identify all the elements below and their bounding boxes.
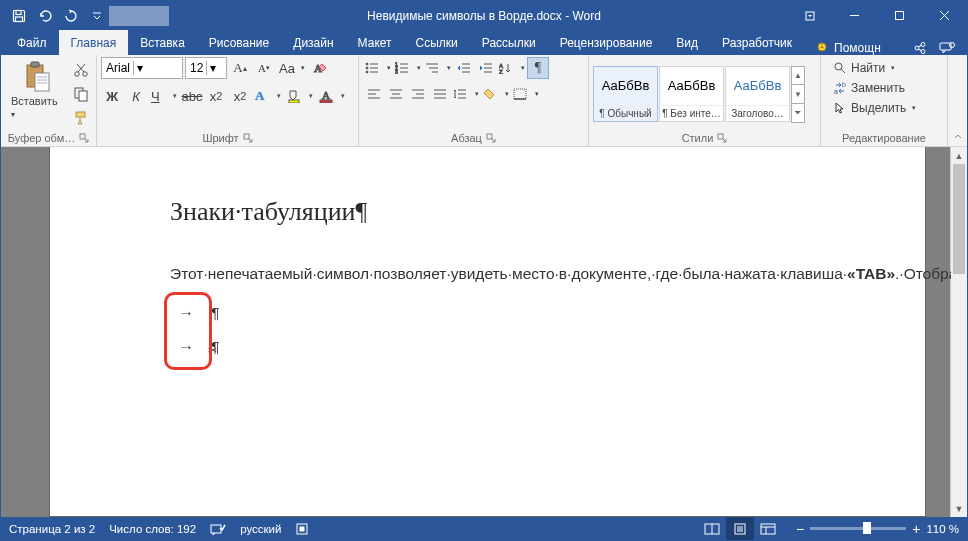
spellcheck-icon[interactable] bbox=[210, 522, 226, 536]
qat-customize-button[interactable] bbox=[85, 4, 109, 28]
style-no-spacing[interactable]: АаБбВв ¶ Без инте… bbox=[659, 66, 724, 122]
svg-point-24 bbox=[75, 72, 79, 76]
styles-more[interactable]: ⏷ bbox=[791, 103, 805, 123]
svg-rect-6 bbox=[896, 12, 904, 20]
tab-review[interactable]: Рецензирование bbox=[548, 30, 665, 55]
zoom-slider[interactable] bbox=[810, 527, 906, 530]
align-center-button[interactable] bbox=[385, 83, 407, 105]
highlight-button[interactable]: ▾ bbox=[285, 85, 315, 107]
share-button[interactable] bbox=[913, 41, 927, 55]
scroll-thumb[interactable] bbox=[953, 164, 965, 274]
multilevel-button[interactable]: ▾ bbox=[423, 57, 453, 79]
decrease-indent-button[interactable] bbox=[453, 57, 475, 79]
word-count[interactable]: Число слов: 192 bbox=[109, 523, 196, 535]
italic-button[interactable]: К bbox=[125, 85, 147, 107]
numbering-button[interactable]: 123▾ bbox=[393, 57, 423, 79]
ribbon: Вставить ▾ Буфер обм… Arial▾ 12▾ A▴ A▾ A… bbox=[1, 55, 967, 147]
save-button[interactable] bbox=[7, 4, 31, 28]
change-case-button[interactable]: Aa▾ bbox=[277, 57, 307, 79]
svg-rect-29 bbox=[79, 91, 87, 101]
copy-button[interactable] bbox=[70, 83, 92, 105]
find-button[interactable]: Найти▾ bbox=[829, 59, 899, 77]
svg-rect-20 bbox=[35, 73, 49, 91]
borders-button[interactable]: ▾ bbox=[511, 83, 541, 105]
tab-insert[interactable]: Вставка bbox=[128, 30, 197, 55]
font-color-button[interactable]: A▾ bbox=[317, 85, 347, 107]
tell-me-button[interactable]: Помощн bbox=[808, 41, 889, 55]
ribbon-options-button[interactable] bbox=[787, 1, 832, 30]
svg-text:Z: Z bbox=[499, 69, 503, 74]
tab-references[interactable]: Ссылки bbox=[404, 30, 470, 55]
page-number[interactable]: Страница 2 из 2 bbox=[9, 523, 95, 535]
strikethrough-button[interactable]: abc bbox=[181, 85, 203, 107]
tab-mailings[interactable]: Рассылки bbox=[470, 30, 548, 55]
document-area: Знаки·табуляции¶ Этот·непечатаемый·симво… bbox=[1, 147, 967, 517]
document-page[interactable]: Знаки·табуляции¶ Этот·непечатаемый·симво… bbox=[49, 147, 926, 517]
cut-button[interactable] bbox=[70, 59, 92, 81]
increase-indent-button[interactable] bbox=[475, 57, 497, 79]
close-button[interactable] bbox=[922, 1, 967, 30]
scroll-up[interactable]: ▲ bbox=[951, 147, 967, 164]
scroll-down[interactable]: ▼ bbox=[951, 500, 967, 517]
web-layout-button[interactable] bbox=[754, 517, 782, 540]
redo-button[interactable] bbox=[59, 4, 83, 28]
underline-button[interactable]: Ч▾ bbox=[149, 85, 179, 107]
font-launcher[interactable] bbox=[243, 133, 253, 143]
text-effects-button[interactable]: A▾ bbox=[253, 85, 283, 107]
font-name-combo[interactable]: Arial▾ bbox=[101, 57, 183, 79]
styles-up[interactable]: ▲ bbox=[791, 66, 805, 86]
user-account[interactable] bbox=[109, 6, 169, 26]
undo-button[interactable] bbox=[33, 4, 57, 28]
clear-formatting-button[interactable]: A bbox=[309, 57, 331, 79]
select-button[interactable]: Выделить▾ bbox=[829, 99, 920, 117]
zoom-control: − + 110 % bbox=[796, 521, 959, 537]
styles-down[interactable]: ▼ bbox=[791, 84, 805, 104]
comments-button[interactable] bbox=[939, 41, 955, 55]
replace-button[interactable]: abЗаменить bbox=[829, 79, 909, 97]
collapse-ribbon-button[interactable] bbox=[947, 55, 967, 146]
format-painter-button[interactable] bbox=[70, 107, 92, 129]
grow-font-button[interactable]: A▴ bbox=[229, 57, 251, 79]
svg-rect-35 bbox=[320, 100, 332, 103]
style-heading1[interactable]: АаБбВв Заголово… bbox=[725, 66, 790, 122]
align-left-button[interactable] bbox=[363, 83, 385, 105]
bold-button[interactable]: Ж bbox=[101, 85, 123, 107]
minimize-button[interactable] bbox=[832, 1, 877, 30]
tab-file[interactable]: Файл bbox=[5, 30, 59, 55]
zoom-out-button[interactable]: − bbox=[796, 521, 804, 537]
maximize-button[interactable] bbox=[877, 1, 922, 30]
vertical-scrollbar[interactable]: ▲ ▼ bbox=[950, 147, 967, 517]
language[interactable]: русский bbox=[240, 523, 281, 535]
svg-rect-2 bbox=[16, 17, 23, 22]
line-spacing-button[interactable]: ▾ bbox=[451, 83, 481, 105]
tab-home[interactable]: Главная bbox=[59, 30, 129, 55]
justify-button[interactable] bbox=[429, 83, 451, 105]
sort-button[interactable]: AZ▾ bbox=[497, 57, 527, 79]
tab-developer[interactable]: Разработчик bbox=[710, 30, 804, 55]
print-layout-button[interactable] bbox=[726, 517, 754, 540]
bullets-button[interactable]: ▾ bbox=[363, 57, 393, 79]
svg-rect-83 bbox=[211, 525, 221, 533]
shrink-font-button[interactable]: A▾ bbox=[253, 57, 275, 79]
tab-view[interactable]: Вид bbox=[664, 30, 710, 55]
tab-layout[interactable]: Макет bbox=[346, 30, 404, 55]
paragraph-launcher[interactable] bbox=[486, 133, 496, 143]
read-mode-button[interactable] bbox=[698, 517, 726, 540]
macro-icon[interactable] bbox=[295, 522, 309, 536]
tab-draw[interactable]: Рисование bbox=[197, 30, 281, 55]
tab-design[interactable]: Дизайн bbox=[281, 30, 345, 55]
superscript-button[interactable]: x2 bbox=[229, 85, 251, 107]
svg-rect-92 bbox=[761, 524, 775, 534]
highlight-annotation bbox=[164, 292, 212, 370]
align-right-button[interactable] bbox=[407, 83, 429, 105]
show-hide-button[interactable]: ¶ bbox=[527, 57, 549, 79]
zoom-level[interactable]: 110 % bbox=[926, 523, 959, 535]
subscript-button[interactable]: x2 bbox=[205, 85, 227, 107]
shading-button[interactable]: ▾ bbox=[481, 83, 511, 105]
style-normal[interactable]: АаБбВв ¶ Обычный bbox=[593, 66, 658, 122]
font-size-combo[interactable]: 12▾ bbox=[185, 57, 227, 79]
clipboard-launcher[interactable] bbox=[79, 133, 89, 143]
styles-launcher[interactable] bbox=[717, 133, 727, 143]
zoom-in-button[interactable]: + bbox=[912, 521, 920, 537]
paste-button[interactable]: Вставить ▾ bbox=[5, 57, 68, 123]
